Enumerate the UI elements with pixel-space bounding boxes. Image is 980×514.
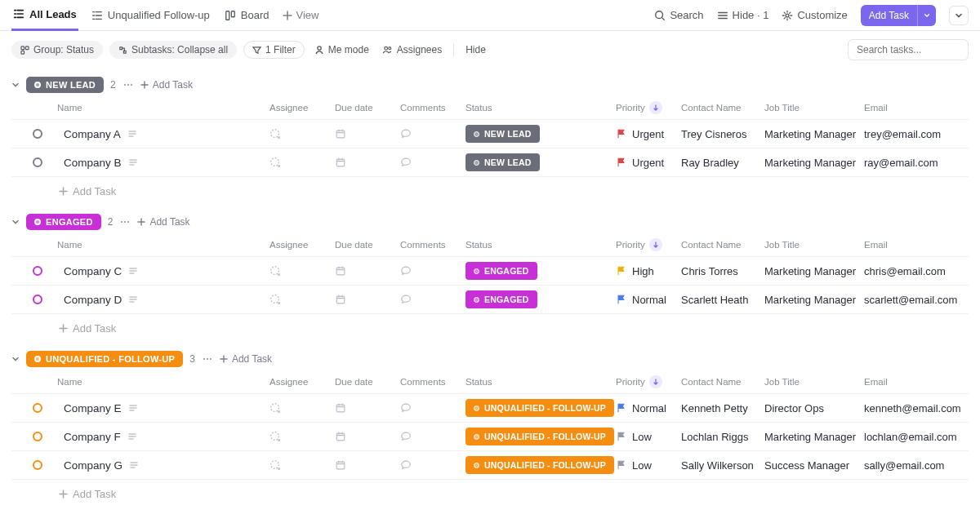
col-email[interactable]: Email [864,103,952,113]
add-task-row-button[interactable]: Add Task [11,313,969,343]
comments-cell[interactable] [400,157,466,168]
row-status-dot[interactable] [33,403,42,413]
task-name[interactable]: Company A [64,128,121,140]
tab-unqualified-followup[interactable]: Unqualified Follow-up [90,0,212,31]
col-status[interactable]: Status [466,240,616,250]
subtasks-chip[interactable]: Subtasks: Collapse all [109,41,237,59]
col-priority[interactable]: Priority [616,101,681,114]
col-email[interactable]: Email [864,377,952,387]
priority-cell[interactable]: Urgent [616,128,681,140]
assignee-cell[interactable] [270,402,335,414]
due-date-cell[interactable] [335,128,400,140]
status-badge[interactable]: UNQUALIFIED - FOLLOW-UP [466,399,614,417]
table-row[interactable]: Company CENGAGEDHighChris TorresMarketin… [11,256,969,285]
col-assignee[interactable]: Assignee [270,103,335,113]
status-badge[interactable]: NEW LEAD [466,125,540,143]
group-status-tag[interactable]: UNQUALIFIED - FOLLOW-UP [26,351,183,367]
table-row[interactable]: Company FUNQUALIFIED - FOLLOW-UPLowLochl… [11,422,969,450]
col-job-title[interactable]: Job Title [764,377,864,387]
status-badge[interactable]: NEW LEAD [466,153,540,171]
col-name[interactable]: Name [57,377,270,387]
contact-name-cell[interactable]: Kenneth Petty [681,402,764,414]
email-cell[interactable]: ray@email.com [864,157,952,169]
assignee-cell[interactable] [270,128,335,140]
group-add-task-button[interactable]: Add Task [140,79,193,91]
col-due-date[interactable]: Due date [335,103,400,113]
tab-board[interactable]: Board [223,0,271,31]
row-status-dot[interactable] [33,157,42,167]
row-status-dot[interactable] [33,266,42,276]
col-contact-name[interactable]: Contact Name [681,240,764,250]
group-more-button[interactable] [202,353,213,365]
job-title-cell[interactable]: Marketing Manager [764,265,864,277]
task-name[interactable]: Company G [64,459,122,472]
add-task-dropdown[interactable] [917,5,936,26]
customize-button[interactable]: Customize [782,9,847,21]
add-task-row-button[interactable]: Add Task [11,479,969,508]
table-row[interactable]: Company GUNQUALIFIED - FOLLOW-UPLowSally… [11,450,969,479]
row-status-dot[interactable] [33,129,42,139]
row-status-dot[interactable] [33,460,42,470]
priority-cell[interactable]: Low [616,459,681,472]
col-status[interactable]: Status [466,377,616,387]
table-row[interactable]: Company ANEW LEADUrgentTrey CisnerosMark… [11,119,969,148]
table-row[interactable]: Company DENGAGEDNormalScarlett HeathMark… [11,285,969,313]
col-due-date[interactable]: Due date [335,377,400,387]
add-view-button[interactable]: View [283,9,319,21]
col-email[interactable]: Email [864,240,952,250]
comments-cell[interactable] [400,294,466,305]
assignee-cell[interactable] [270,157,335,169]
contact-name-cell[interactable]: Scarlett Heath [681,294,764,306]
comments-cell[interactable] [400,265,466,277]
job-title-cell[interactable]: Marketing Manager [764,294,864,306]
status-badge[interactable]: UNQUALIFIED - FOLLOW-UP [466,456,614,474]
task-name[interactable]: Company E [64,402,122,414]
email-cell[interactable]: trey@email.com [864,128,952,140]
comments-cell[interactable] [400,459,466,471]
filter-chip[interactable]: 1 Filter [243,41,305,59]
col-due-date[interactable]: Due date [335,240,400,250]
email-cell[interactable]: kenneth@email.com [864,402,952,414]
due-date-cell[interactable] [335,294,400,305]
priority-cell[interactable]: Urgent [616,157,681,169]
contact-name-cell[interactable]: Chris Torres [681,265,764,277]
collapse-toggle[interactable] [11,81,20,89]
group-by-chip[interactable]: Group: Status [11,41,103,59]
job-title-cell[interactable]: Success Manager [764,459,864,472]
col-priority[interactable]: Priority [616,375,681,388]
more-options-button[interactable] [949,6,969,25]
status-badge[interactable]: ENGAGED [466,262,537,280]
due-date-cell[interactable] [335,402,400,414]
tab-all-leads[interactable]: All Leads [11,0,78,31]
col-name[interactable]: Name [57,103,270,113]
table-row[interactable]: Company BNEW LEADUrgentRay BradleyMarket… [11,148,969,176]
comments-cell[interactable] [400,431,466,442]
status-badge[interactable]: UNQUALIFIED - FOLLOW-UP [466,428,614,445]
hide-fields-button[interactable]: Hide · 1 [717,9,769,21]
col-comments[interactable]: Comments [400,240,466,250]
email-cell[interactable]: lochlan@email.com [864,431,952,443]
task-name[interactable]: Company B [64,157,122,169]
due-date-cell[interactable] [335,459,400,471]
add-task-primary-button[interactable]: Add Task [861,5,936,26]
priority-cell[interactable]: Normal [616,402,681,414]
comments-cell[interactable] [400,402,466,414]
task-name[interactable]: Company F [64,431,121,443]
assignees-button[interactable]: Assignees [379,42,445,58]
priority-cell[interactable]: Normal [616,294,681,306]
due-date-cell[interactable] [335,265,400,277]
assignee-cell[interactable] [270,265,335,277]
due-date-cell[interactable] [335,431,400,442]
comments-cell[interactable] [400,128,466,140]
priority-cell[interactable]: High [616,265,681,277]
job-title-cell[interactable]: Marketing Manager [764,431,864,443]
col-comments[interactable]: Comments [400,377,466,387]
email-cell[interactable]: sally@email.com [864,459,952,472]
status-badge[interactable]: ENGAGED [466,290,537,308]
me-mode-button[interactable]: Me mode [311,42,372,58]
assignee-cell[interactable] [270,431,335,443]
row-status-dot[interactable] [33,432,42,441]
assignee-cell[interactable] [270,294,335,306]
row-status-dot[interactable] [33,295,42,304]
col-assignee[interactable]: Assignee [270,240,335,250]
